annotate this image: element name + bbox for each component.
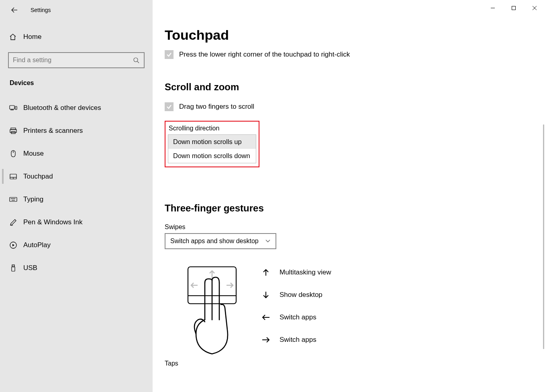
autoplay-icon xyxy=(9,241,18,249)
usb-icon xyxy=(9,264,18,272)
window-controls xyxy=(482,0,545,16)
svg-marker-25 xyxy=(12,244,14,246)
gesture-left: Switch apps xyxy=(260,313,331,321)
scroll-option-up[interactable]: Down motion scrolls up xyxy=(168,135,256,149)
search-input[interactable] xyxy=(13,57,133,64)
sidebar-home-label: Home xyxy=(23,33,41,41)
right-click-option[interactable]: Press the lower right corner of the touc… xyxy=(165,50,531,59)
scroll-zoom-header: Scroll and zoom xyxy=(165,81,531,93)
sidebar-item-label: Touchpad xyxy=(23,173,53,181)
svg-point-19 xyxy=(11,198,12,199)
svg-rect-27 xyxy=(12,267,15,271)
sidebar-item-label: Pen & Windows Ink xyxy=(23,218,82,226)
app-title: Settings xyxy=(31,7,51,13)
svg-point-5 xyxy=(134,58,138,62)
devices-icon xyxy=(9,104,18,112)
back-button[interactable] xyxy=(8,4,21,16)
sidebar-item-label: Typing xyxy=(23,195,43,203)
scroll-option-down[interactable]: Down motion scrolls down xyxy=(168,149,256,163)
sidebar-item-autoplay[interactable]: AutoPlay xyxy=(0,234,153,256)
svg-rect-9 xyxy=(15,106,17,110)
sidebar-home[interactable]: Home xyxy=(0,28,153,46)
sidebar: Settings Home Devices xyxy=(0,0,153,392)
right-click-label: Press the lower right corner of the touc… xyxy=(179,51,350,59)
sidebar-item-pen[interactable]: Pen & Windows Ink xyxy=(0,211,153,234)
sidebar-item-label: Mouse xyxy=(23,150,44,158)
sidebar-item-label: USB xyxy=(23,264,37,272)
svg-rect-1 xyxy=(512,6,516,10)
sidebar-category: Devices xyxy=(0,68,153,91)
gesture-left-label: Switch apps xyxy=(280,313,316,321)
maximize-button[interactable] xyxy=(503,0,524,16)
gesture-up: Multitasking view xyxy=(260,268,331,276)
gesture-right: Switch apps xyxy=(260,336,331,344)
sidebar-item-typing[interactable]: Typing xyxy=(0,188,153,211)
svg-point-21 xyxy=(14,198,14,199)
swipes-dropdown[interactable]: Switch apps and show desktop xyxy=(165,233,276,249)
sidebar-nav: Bluetooth & other devices Printers & sca… xyxy=(0,96,153,279)
mouse-icon xyxy=(9,150,18,158)
arrow-up-icon xyxy=(260,268,271,276)
keyboard-icon xyxy=(9,197,18,202)
sidebar-item-bluetooth[interactable]: Bluetooth & other devices xyxy=(0,96,153,119)
svg-rect-18 xyxy=(10,197,17,201)
sidebar-item-mouse[interactable]: Mouse xyxy=(0,142,153,165)
scroll-direction-dropdown[interactable]: Down motion scrolls up Down motion scrol… xyxy=(168,134,256,163)
main-content: Touchpad Press the lower right corner of… xyxy=(153,0,545,392)
svg-rect-7 xyxy=(10,106,14,109)
minimize-button[interactable] xyxy=(482,0,503,16)
gesture-up-label: Multitasking view xyxy=(280,268,331,276)
swipes-selected: Switch apps and show desktop xyxy=(170,238,259,245)
svg-point-22 xyxy=(15,198,15,199)
drag-scroll-option[interactable]: Drag two fingers to scroll xyxy=(165,102,531,111)
sidebar-item-touchpad[interactable]: Touchpad xyxy=(0,165,153,188)
gesture-right-label: Switch apps xyxy=(280,336,316,344)
arrow-right-icon xyxy=(260,337,271,343)
svg-line-6 xyxy=(137,61,139,63)
sidebar-item-printers[interactable]: Printers & scanners xyxy=(0,119,153,142)
page-title: Touchpad xyxy=(165,27,531,43)
scroll-direction-label: Scrolling direction xyxy=(169,125,256,132)
checkbox-icon xyxy=(165,102,174,111)
pen-icon xyxy=(9,218,18,226)
taps-label: Taps xyxy=(165,360,531,367)
drag-scroll-label: Drag two fingers to scroll xyxy=(179,103,254,111)
search-box[interactable] xyxy=(8,52,145,68)
arrow-left-icon xyxy=(260,314,271,321)
chevron-down-icon xyxy=(265,238,271,244)
arrow-down-icon xyxy=(260,291,271,299)
svg-rect-10 xyxy=(11,128,16,130)
svg-point-20 xyxy=(12,198,13,199)
search-icon xyxy=(133,57,140,63)
scroll-direction-highlight: Scrolling direction Down motion scrolls … xyxy=(165,121,259,167)
close-button[interactable] xyxy=(524,0,545,16)
svg-rect-8 xyxy=(10,110,14,110)
sidebar-item-label: Printers & scanners xyxy=(23,127,83,135)
checkbox-icon xyxy=(165,50,174,59)
sidebar-item-usb[interactable]: USB xyxy=(0,256,153,279)
gesture-down: Show desktop xyxy=(260,291,331,299)
gesture-diagram xyxy=(176,264,248,356)
swipes-label: Swipes xyxy=(165,223,531,231)
printer-icon xyxy=(9,127,18,134)
touchpad-icon xyxy=(9,173,18,180)
sidebar-item-label: AutoPlay xyxy=(23,241,51,249)
home-icon xyxy=(9,33,17,41)
sidebar-item-label: Bluetooth & other devices xyxy=(23,104,101,112)
three-finger-header: Three-finger gestures xyxy=(165,203,531,214)
scrollbar[interactable] xyxy=(543,124,544,349)
gesture-down-label: Show desktop xyxy=(280,291,323,299)
